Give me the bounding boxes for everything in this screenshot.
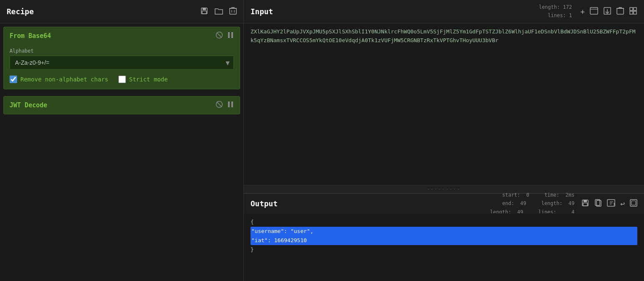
input-header-icons: + <box>580 7 637 17</box>
jwt-decode-header: JWT Decode <box>4 96 240 114</box>
recipe-header-icons <box>200 7 237 17</box>
recipe-title: Recipe <box>7 7 200 16</box>
from-base64-icons <box>216 31 234 41</box>
alphabet-select-wrapper: A-Za-z0-9+/= A-Za-z0-9-_ A-Za-z0-9+/ ▼ <box>10 56 234 70</box>
output-header-icons: ↩ <box>581 199 637 209</box>
jwt-decode-icons <box>216 101 234 110</box>
from-base64-body: Alphabet A-Za-z0-9+/= A-Za-z0-9-_ A-Za-z… <box>4 45 240 89</box>
add-input-icon[interactable]: + <box>580 7 585 16</box>
from-base64-title: From Base64 <box>10 32 216 40</box>
panel-divider: ········· <box>244 185 644 193</box>
output-title: Output <box>251 199 490 208</box>
send-output-icon[interactable] <box>607 199 615 208</box>
copy-output-icon[interactable] <box>594 199 602 209</box>
svg-rect-19 <box>231 32 233 38</box>
from-base64-block: From Base64 <box>3 27 240 89</box>
svg-rect-2 <box>202 11 206 14</box>
svg-line-17 <box>217 33 222 38</box>
output-line1: { <box>251 218 637 227</box>
divider-dots: ········· <box>427 187 461 192</box>
svg-rect-15 <box>634 11 636 14</box>
open-folder-icon[interactable] <box>214 7 223 17</box>
strict-mode-label: Strict mode <box>129 76 168 83</box>
checkboxes-row: Remove non-alphabet chars Strict mode <box>10 76 234 83</box>
main-content: From Base64 <box>0 23 644 281</box>
svg-rect-1 <box>203 8 206 10</box>
new-window-icon[interactable] <box>590 7 598 16</box>
svg-rect-23 <box>231 101 233 107</box>
undo-icon[interactable]: ↩ <box>620 199 625 208</box>
disable-from-base64-icon[interactable] <box>216 31 223 41</box>
output-section: Output start: 0 time: 2ms end: 49 length… <box>244 193 644 281</box>
svg-rect-7 <box>590 8 598 14</box>
strict-mode-checkbox[interactable] <box>118 76 126 83</box>
svg-line-21 <box>217 102 222 107</box>
alphabet-label: Alphabet <box>10 48 234 54</box>
pause-from-base64-icon[interactable] <box>227 31 234 41</box>
alphabet-select[interactable]: A-Za-z0-9+/= A-Za-z0-9-_ A-Za-z0-9+/ <box>10 56 234 70</box>
remove-non-alphabet-label: Remove non-alphabet chars <box>20 76 108 83</box>
clear-input-icon[interactable] <box>616 7 624 17</box>
output-line2-3: "username": "user", "iat": 1669429510 <box>251 227 637 245</box>
input-title: Input <box>251 7 539 16</box>
save-icon[interactable] <box>200 7 208 17</box>
import-icon[interactable] <box>603 7 611 17</box>
input-stats: length: 172 lines: 1 <box>539 3 572 19</box>
svg-rect-31 <box>631 201 636 205</box>
fullscreen-icon[interactable] <box>630 199 637 208</box>
input-text-area[interactable]: ZXlKaGJHY2lPaUpJVXpJMU5pSXJlSXhSblI1Y0NJ… <box>244 23 644 185</box>
output-stats: start: 0 time: 2ms end: 49 length: 49 le… <box>490 191 574 216</box>
remove-non-alphabet-checkbox-item[interactable]: Remove non-alphabet chars <box>10 76 108 83</box>
svg-rect-3 <box>230 8 236 14</box>
remove-non-alphabet-checkbox[interactable] <box>10 76 17 83</box>
svg-rect-13 <box>634 8 636 10</box>
save-output-icon[interactable] <box>581 199 589 209</box>
svg-rect-22 <box>228 101 230 107</box>
expand-input-icon[interactable] <box>629 7 637 17</box>
disable-jwt-decode-icon[interactable] <box>216 101 223 110</box>
output-text-content: { "username": "user", "iat": 1669429510 … <box>251 218 637 254</box>
output-line4: } <box>251 245 637 254</box>
input-panel-header: Input length: 172 lines: 1 + <box>244 0 644 23</box>
recipe-panel: From Base64 <box>0 23 244 281</box>
svg-rect-26 <box>583 203 587 206</box>
right-panel: ZXlKaGJHY2lPaUpJVXpJMU5pSXJlSXhSblI1Y0NJ… <box>244 23 644 281</box>
svg-rect-25 <box>584 200 587 202</box>
from-base64-header: From Base64 <box>4 27 240 45</box>
output-text-area[interactable]: { "username": "user", "iat": 1669429510 … <box>244 213 644 281</box>
jwt-decode-block: JWT Decode <box>3 96 240 114</box>
top-bar: Recipe <box>0 0 644 23</box>
svg-rect-10 <box>617 8 624 14</box>
svg-rect-14 <box>630 11 633 14</box>
jwt-decode-title: JWT Decode <box>10 101 216 109</box>
strict-mode-checkbox-item[interactable]: Strict mode <box>118 76 168 83</box>
input-text-content: ZXlKaGJHY2lPaUpJVXpJMU5pSXJlSXhSblI1Y0NJ… <box>251 28 637 45</box>
recipe-panel-header: Recipe <box>0 0 244 23</box>
svg-rect-18 <box>228 32 230 38</box>
svg-rect-12 <box>630 8 633 10</box>
pause-jwt-decode-icon[interactable] <box>227 101 234 110</box>
output-header: Output start: 0 time: 2ms end: 49 length… <box>244 193 644 213</box>
trash-icon[interactable] <box>229 7 237 17</box>
